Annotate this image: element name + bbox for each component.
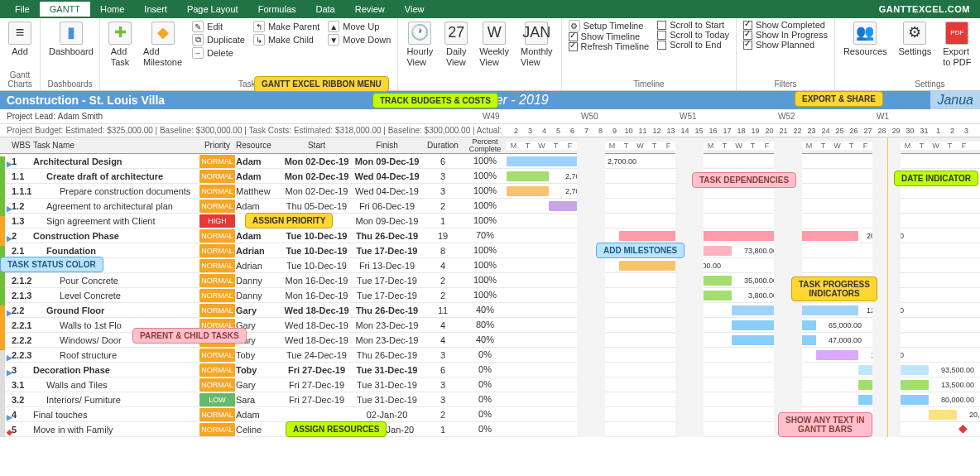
gantt-bar[interactable]: 47,000.00 [732,335,816,345]
callout-ribbon-menu: GANTT EXCEL RIBBON MENU [254,76,389,92]
move-up-button[interactable]: ▲Move Up [324,20,394,33]
gantt-bar[interactable]: 16,000.00 [816,350,858,360]
calendar-icon: 27 [444,22,468,45]
scroll-today[interactable]: Scroll to Today [654,30,733,40]
milestone-icon: ◆ [151,22,175,45]
task-row[interactable]: ▶2.2Ground FloorNORMALGaryWed 18-Dec-19T… [0,303,980,318]
calendar-icon: W [483,22,506,45]
show-completed[interactable]: Show Completed [740,20,831,30]
gantt-bar[interactable]: 2,700.00 [507,171,549,181]
scroll-start[interactable]: Scroll to Start [654,20,733,30]
refresh-timeline[interactable]: Refresh Timeline [565,41,653,51]
edit-button[interactable]: ✎Edit [189,20,248,33]
menu-tab-home[interactable]: Home [90,2,134,17]
callout-assign-resources: ASSIGN RESOURCES [286,421,387,437]
gantt-milestone[interactable]: ◆ [591,214,601,224]
gantt-bar[interactable]: 128,000.00 [732,305,858,315]
gantt-milestone[interactable]: ◆ [957,423,967,433]
export-pdf-button[interactable]: PDFExport to PDF [938,20,976,70]
people-icon: 👥 [853,22,877,45]
child-icon: ↳ [253,34,265,46]
menu-tab-view[interactable]: View [395,2,435,17]
up-icon: ▲ [328,21,339,32]
add-milestone-button[interactable]: ◆Add Milestone [138,20,187,70]
ribbon: ≡Add Gantt Charts ▮Dashboard Dashboards … [0,18,980,91]
gantt-bar[interactable]: 35,000.00 [619,261,675,271]
task-row[interactable]: 2.1FoundationNORMALAdrianTue 10-Dec-19Tu… [0,243,980,258]
hourly-view-button[interactable]: 🕐Hourly View [401,20,438,70]
project-area: Construction - St. Louis Villa December … [0,91,980,437]
grid-header: WBS Task Name Priority Resource Start Fi… [0,137,980,154]
gantt-bar[interactable]: 201,800.00 [619,231,858,241]
gear-icon: ⚙ [903,22,926,45]
menu-tab-gantt[interactable]: GANTT [40,2,90,17]
menu-tab-formulas[interactable]: Formulas [248,2,306,17]
gantt-bar[interactable]: 93,500.00 [858,365,929,375]
menu-tab-page layout[interactable]: Page Layout [177,2,248,17]
move-down-button[interactable]: ▼Move Down [324,33,394,46]
duplicate-button[interactable]: ⧉Duplicate [189,33,248,46]
project-lead-row: Project Lead: Adam Smith W49W50W51W52W1 [0,109,980,124]
delete-icon: − [192,47,204,59]
task-row[interactable]: ▶3Decoration PhaseNORMALTobyFri 27-Dec-1… [0,363,980,377]
settings-button[interactable]: ⚙Settings [894,20,937,59]
menu-tab-data[interactable]: Data [306,2,345,17]
task-row[interactable]: 3.1Walls and TilesNORMALGaryFri 27-Dec-1… [0,377,980,392]
callout-show-text: SHOW ANY TEXT IN GANTT BARS [778,412,872,437]
task-row[interactable]: ▶1.2Agreement to architectural planNORMA… [0,199,980,214]
callout-assign-priority: ASSIGN PRIORITY [245,213,333,228]
make-child-button[interactable]: ↳Make Child [250,33,323,46]
checkbox-icon [657,21,666,30]
menu-bar: FileGANTTHomeInsertPage LayoutFormulasDa… [0,0,980,18]
task-row[interactable]: 1.1.1Prepare construction documentsNORMA… [0,184,980,199]
gantt-bar[interactable]: 13,500.00 [858,380,929,390]
callout-task-deps: TASK DEPENDENCIES [692,172,796,188]
task-row[interactable]: ▶2Construction PhaseNORMALAdamTue 10-Dec… [0,228,980,243]
gantt-bar[interactable]: 20,000.00 [929,410,957,420]
task-row[interactable]: 1.3Sign agreement with ClientHIGH-19Mon … [0,214,980,228]
gantt-bar[interactable]: 2,700.00 [507,186,549,196]
delete-button[interactable]: −Delete [189,46,248,60]
setup-timeline[interactable]: ⚙Setup Timeline [565,20,653,31]
task-row[interactable]: ▶2.2.3Roof structureNORMALTobyTue 24-Dec… [0,348,980,363]
gantt-bar[interactable]: 2,700.00 [507,156,591,166]
checkbox-icon [657,41,666,50]
make-parent-button[interactable]: ↰Make Parent [250,20,323,33]
daily-view-button[interactable]: 27Daily View [440,20,473,70]
gantt-bar[interactable]: 3,800.00 [704,291,732,301]
down-icon: ▼ [328,34,339,46]
callout-track-budgets: TRACK BUDGETS & COSTS [372,93,498,108]
add-task-button[interactable]: ✚Add Task [103,20,137,70]
gantt-bar[interactable]: 65,000.00 [732,320,816,330]
scroll-end[interactable]: Scroll to End [654,40,733,50]
task-row[interactable]: 2.1.1NORMALAdrianTue 10-Dec-19Fri 13-Dec… [0,258,980,273]
menu-tab-insert[interactable]: Insert [134,2,177,17]
dashboard-button[interactable]: ▮Dashboard [44,20,98,59]
gantt-bar[interactable] [549,201,577,211]
gantt-bar[interactable]: 35,000.00 [704,276,732,286]
callout-export-share: EXPORT & SHARE [795,91,883,107]
gantt-bar[interactable]: 80,000.00 [858,395,929,405]
parent-icon: ↰ [253,21,265,32]
budget-row: Project Budget: Estimated: $325,000.00 |… [0,124,980,137]
task-row[interactable]: 3.2Interiors/ FurnitureLOWSaraFri 27-Dec… [0,392,980,407]
show-planned[interactable]: Show Planned [740,40,831,50]
task-row[interactable]: 1.1Create draft of architectureNORMALAda… [0,169,980,184]
menu-tab-file[interactable]: File [5,2,40,17]
add-gantt-button[interactable]: ≡Add [3,20,36,59]
checkbox-icon [657,31,666,40]
task-row[interactable]: ▶1Architectural DesignNORMALAdamMon 02-D… [0,154,980,169]
resources-button[interactable]: 👥Resources [838,20,892,59]
show-inprogress[interactable]: Show In Progress [740,30,831,40]
menu-tab-review[interactable]: Review [345,2,395,17]
callout-date-indicator: DATE INDICATOR [894,171,978,186]
calendar-icon: JAN [525,22,548,45]
edit-icon: ✎ [192,21,204,32]
monthly-view-button[interactable]: JANMonthly View [516,20,558,70]
weekly-view-button[interactable]: WWeekly View [474,20,514,70]
show-timeline[interactable]: Show Timeline [565,31,653,41]
duplicate-icon: ⧉ [192,34,204,46]
project-title: Construction - St. Louis Villa [7,94,165,107]
callout-parent-child: PARENT & CHILD TASKS [132,328,247,344]
task-icon: ✚ [108,22,132,45]
